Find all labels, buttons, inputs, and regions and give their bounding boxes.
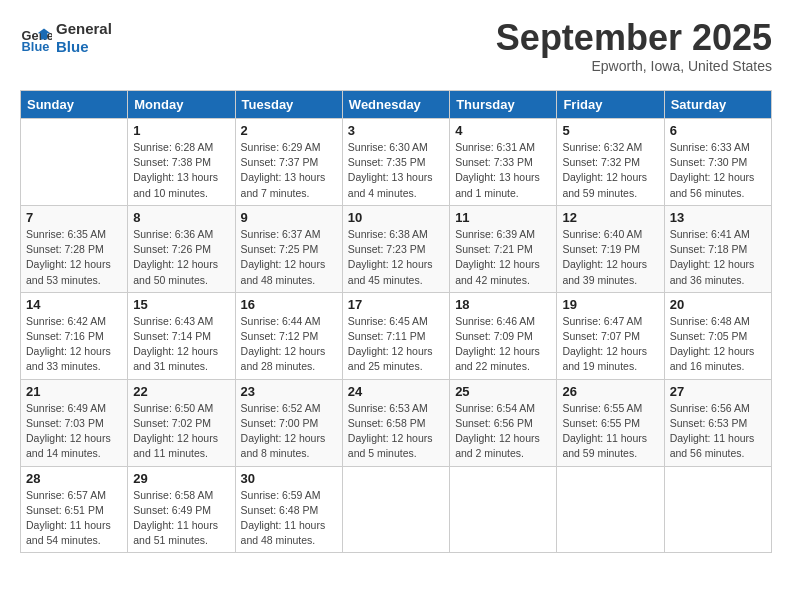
day-number: 9 (241, 210, 337, 225)
calendar-cell: 19Sunrise: 6:47 AMSunset: 7:07 PMDayligh… (557, 292, 664, 379)
col-header-tuesday: Tuesday (235, 91, 342, 119)
calendar-week-5: 28Sunrise: 6:57 AMSunset: 6:51 PMDayligh… (21, 466, 772, 553)
calendar-cell (342, 466, 449, 553)
day-number: 25 (455, 384, 551, 399)
day-info: Sunrise: 6:56 AMSunset: 6:53 PMDaylight:… (670, 401, 766, 462)
day-info: Sunrise: 6:54 AMSunset: 6:56 PMDaylight:… (455, 401, 551, 462)
day-number: 3 (348, 123, 444, 138)
col-header-saturday: Saturday (664, 91, 771, 119)
col-header-monday: Monday (128, 91, 235, 119)
day-number: 8 (133, 210, 229, 225)
calendar-header-row: SundayMondayTuesdayWednesdayThursdayFrid… (21, 91, 772, 119)
day-number: 28 (26, 471, 122, 486)
page-header: General Blue General Blue September 2025… (20, 20, 772, 74)
day-info: Sunrise: 6:39 AMSunset: 7:21 PMDaylight:… (455, 227, 551, 288)
day-info: Sunrise: 6:59 AMSunset: 6:48 PMDaylight:… (241, 488, 337, 549)
day-info: Sunrise: 6:32 AMSunset: 7:32 PMDaylight:… (562, 140, 658, 201)
calendar-cell: 14Sunrise: 6:42 AMSunset: 7:16 PMDayligh… (21, 292, 128, 379)
day-info: Sunrise: 6:48 AMSunset: 7:05 PMDaylight:… (670, 314, 766, 375)
calendar-cell: 5Sunrise: 6:32 AMSunset: 7:32 PMDaylight… (557, 119, 664, 206)
logo: General Blue General Blue (20, 20, 112, 56)
day-info: Sunrise: 6:38 AMSunset: 7:23 PMDaylight:… (348, 227, 444, 288)
logo-icon: General Blue (20, 22, 52, 54)
day-info: Sunrise: 6:46 AMSunset: 7:09 PMDaylight:… (455, 314, 551, 375)
calendar-cell: 9Sunrise: 6:37 AMSunset: 7:25 PMDaylight… (235, 205, 342, 292)
calendar-cell: 29Sunrise: 6:58 AMSunset: 6:49 PMDayligh… (128, 466, 235, 553)
day-number: 16 (241, 297, 337, 312)
calendar-week-3: 14Sunrise: 6:42 AMSunset: 7:16 PMDayligh… (21, 292, 772, 379)
svg-text:Blue: Blue (22, 39, 50, 54)
day-info: Sunrise: 6:31 AMSunset: 7:33 PMDaylight:… (455, 140, 551, 201)
day-number: 27 (670, 384, 766, 399)
day-number: 2 (241, 123, 337, 138)
calendar-cell: 24Sunrise: 6:53 AMSunset: 6:58 PMDayligh… (342, 379, 449, 466)
calendar-cell: 22Sunrise: 6:50 AMSunset: 7:02 PMDayligh… (128, 379, 235, 466)
day-info: Sunrise: 6:37 AMSunset: 7:25 PMDaylight:… (241, 227, 337, 288)
calendar-body: 1Sunrise: 6:28 AMSunset: 7:38 PMDaylight… (21, 119, 772, 553)
day-info: Sunrise: 6:47 AMSunset: 7:07 PMDaylight:… (562, 314, 658, 375)
calendar-cell: 10Sunrise: 6:38 AMSunset: 7:23 PMDayligh… (342, 205, 449, 292)
day-number: 7 (26, 210, 122, 225)
col-header-sunday: Sunday (21, 91, 128, 119)
calendar-table: SundayMondayTuesdayWednesdayThursdayFrid… (20, 90, 772, 553)
day-number: 23 (241, 384, 337, 399)
calendar-cell: 21Sunrise: 6:49 AMSunset: 7:03 PMDayligh… (21, 379, 128, 466)
calendar-cell: 20Sunrise: 6:48 AMSunset: 7:05 PMDayligh… (664, 292, 771, 379)
day-number: 21 (26, 384, 122, 399)
day-number: 18 (455, 297, 551, 312)
day-number: 19 (562, 297, 658, 312)
day-info: Sunrise: 6:43 AMSunset: 7:14 PMDaylight:… (133, 314, 229, 375)
day-number: 5 (562, 123, 658, 138)
location: Epworth, Iowa, United States (496, 58, 772, 74)
day-info: Sunrise: 6:40 AMSunset: 7:19 PMDaylight:… (562, 227, 658, 288)
calendar-cell: 4Sunrise: 6:31 AMSunset: 7:33 PMDaylight… (450, 119, 557, 206)
calendar-cell: 27Sunrise: 6:56 AMSunset: 6:53 PMDayligh… (664, 379, 771, 466)
day-info: Sunrise: 6:55 AMSunset: 6:55 PMDaylight:… (562, 401, 658, 462)
day-info: Sunrise: 6:42 AMSunset: 7:16 PMDaylight:… (26, 314, 122, 375)
day-number: 1 (133, 123, 229, 138)
col-header-thursday: Thursday (450, 91, 557, 119)
calendar-cell: 1Sunrise: 6:28 AMSunset: 7:38 PMDaylight… (128, 119, 235, 206)
day-number: 15 (133, 297, 229, 312)
calendar-cell: 3Sunrise: 6:30 AMSunset: 7:35 PMDaylight… (342, 119, 449, 206)
calendar-cell: 15Sunrise: 6:43 AMSunset: 7:14 PMDayligh… (128, 292, 235, 379)
calendar-cell: 6Sunrise: 6:33 AMSunset: 7:30 PMDaylight… (664, 119, 771, 206)
month-title: September 2025 (496, 20, 772, 56)
day-number: 11 (455, 210, 551, 225)
calendar-cell (664, 466, 771, 553)
day-info: Sunrise: 6:53 AMSunset: 6:58 PMDaylight:… (348, 401, 444, 462)
calendar-cell: 18Sunrise: 6:46 AMSunset: 7:09 PMDayligh… (450, 292, 557, 379)
calendar-cell: 7Sunrise: 6:35 AMSunset: 7:28 PMDaylight… (21, 205, 128, 292)
day-info: Sunrise: 6:44 AMSunset: 7:12 PMDaylight:… (241, 314, 337, 375)
day-info: Sunrise: 6:52 AMSunset: 7:00 PMDaylight:… (241, 401, 337, 462)
day-number: 17 (348, 297, 444, 312)
day-info: Sunrise: 6:49 AMSunset: 7:03 PMDaylight:… (26, 401, 122, 462)
calendar-week-2: 7Sunrise: 6:35 AMSunset: 7:28 PMDaylight… (21, 205, 772, 292)
day-info: Sunrise: 6:28 AMSunset: 7:38 PMDaylight:… (133, 140, 229, 201)
day-info: Sunrise: 6:58 AMSunset: 6:49 PMDaylight:… (133, 488, 229, 549)
calendar-cell (557, 466, 664, 553)
calendar-cell: 28Sunrise: 6:57 AMSunset: 6:51 PMDayligh… (21, 466, 128, 553)
day-info: Sunrise: 6:50 AMSunset: 7:02 PMDaylight:… (133, 401, 229, 462)
logo-line2: Blue (56, 38, 112, 56)
day-number: 12 (562, 210, 658, 225)
day-number: 26 (562, 384, 658, 399)
calendar-cell: 23Sunrise: 6:52 AMSunset: 7:00 PMDayligh… (235, 379, 342, 466)
calendar-cell: 8Sunrise: 6:36 AMSunset: 7:26 PMDaylight… (128, 205, 235, 292)
day-info: Sunrise: 6:41 AMSunset: 7:18 PMDaylight:… (670, 227, 766, 288)
calendar-cell: 30Sunrise: 6:59 AMSunset: 6:48 PMDayligh… (235, 466, 342, 553)
calendar-cell: 11Sunrise: 6:39 AMSunset: 7:21 PMDayligh… (450, 205, 557, 292)
day-info: Sunrise: 6:57 AMSunset: 6:51 PMDaylight:… (26, 488, 122, 549)
calendar-cell (21, 119, 128, 206)
day-info: Sunrise: 6:30 AMSunset: 7:35 PMDaylight:… (348, 140, 444, 201)
day-info: Sunrise: 6:35 AMSunset: 7:28 PMDaylight:… (26, 227, 122, 288)
calendar-week-1: 1Sunrise: 6:28 AMSunset: 7:38 PMDaylight… (21, 119, 772, 206)
day-number: 13 (670, 210, 766, 225)
day-info: Sunrise: 6:36 AMSunset: 7:26 PMDaylight:… (133, 227, 229, 288)
day-number: 20 (670, 297, 766, 312)
day-info: Sunrise: 6:29 AMSunset: 7:37 PMDaylight:… (241, 140, 337, 201)
calendar-cell: 2Sunrise: 6:29 AMSunset: 7:37 PMDaylight… (235, 119, 342, 206)
day-number: 29 (133, 471, 229, 486)
calendar-cell: 16Sunrise: 6:44 AMSunset: 7:12 PMDayligh… (235, 292, 342, 379)
day-number: 22 (133, 384, 229, 399)
